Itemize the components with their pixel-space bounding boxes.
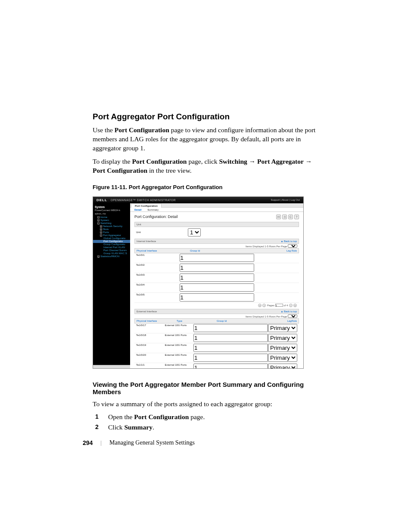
- brand-logo: DELL: [97, 198, 107, 202]
- subsection-heading: Viewing the Port Aggregator Member Port …: [93, 381, 317, 395]
- pager-of: of 4: [283, 304, 288, 307]
- sidebar-item-group-config[interactable]: Group Configuratio: [93, 243, 130, 246]
- rows-per-page-select[interactable]: 5: [288, 244, 297, 248]
- section-label: Internal Interface: [137, 240, 156, 243]
- pager-first-icon[interactable]: «: [258, 304, 262, 307]
- sidebar-item-internal-port-vlan[interactable]: Internal Port VLAN: [93, 246, 130, 249]
- refresh-icon[interactable]: C: [288, 215, 293, 219]
- text: in the tree view.: [147, 167, 192, 174]
- group-id-input[interactable]: [180, 254, 254, 262]
- lag-role-select[interactable]: Primary: [268, 324, 297, 332]
- footer-section: Managing General System Settings: [109, 439, 195, 446]
- group-id-input[interactable]: [180, 274, 254, 282]
- sidebar-item-switching[interactable]: –Switching: [93, 222, 130, 225]
- col-group-id[interactable]: Group Id: [190, 249, 243, 252]
- group-id-input[interactable]: [180, 283, 254, 292]
- back-to-top-link[interactable]: ▲ Back to top: [280, 240, 297, 243]
- subtab-detail[interactable]: Detail: [132, 208, 144, 212]
- lag-role-select[interactable]: Primary: [268, 344, 297, 352]
- sidebar-system: System: [93, 205, 130, 209]
- table-row: Te1/0/5: [134, 293, 299, 303]
- internal-table-header: Physical Interface Group Id Lag Role: [134, 248, 299, 253]
- group-id-input[interactable]: [193, 334, 268, 342]
- subtab-summary[interactable]: Summary: [145, 208, 161, 212]
- print-icon[interactable]: ⎙: [282, 215, 287, 219]
- table-row: Te1/0/17External 10G PortsPrimary: [134, 324, 299, 333]
- group-id-input[interactable]: [193, 344, 268, 352]
- col-group-id[interactable]: Group Id: [217, 320, 257, 322]
- sidebar-item-statistics-rmon[interactable]: +Statistics/RMON: [93, 255, 130, 258]
- group-id-input[interactable]: [180, 293, 254, 302]
- sidebar-item-network-security[interactable]: +Network Security: [93, 225, 130, 228]
- sidebar-item-label: Network Security: [103, 225, 122, 227]
- group-id-input[interactable]: [193, 324, 268, 332]
- cell-type: External 10G Ports: [165, 334, 194, 342]
- text: Click: [108, 423, 124, 431]
- sidebar-item-label: Switching: [100, 222, 112, 224]
- bold-term: Port Configuration: [93, 167, 147, 174]
- sidebar-item-label: Port Aggregator: [103, 234, 121, 236]
- external-interface-header: External Interface ▲ Back to top: [134, 309, 299, 314]
- save-icon[interactable]: H: [276, 215, 281, 219]
- group-id-input[interactable]: [193, 354, 268, 362]
- sidebar-item-global-config[interactable]: Global Configuratio: [93, 237, 130, 240]
- cell-type: External 10G Ports: [165, 354, 194, 362]
- sidebar-item-home[interactable]: –Home: [93, 216, 130, 219]
- section-heading: Port Aggregator Port Configuration: [93, 112, 317, 121]
- col-type[interactable]: Type: [177, 320, 217, 322]
- sidebar-item-port-aggregator[interactable]: –Port Aggregator: [93, 234, 130, 237]
- bold-term: Port Aggregator: [257, 158, 304, 165]
- pager-next-icon[interactable]: ›: [289, 304, 293, 307]
- table-row: Te1/0/2: [134, 263, 299, 273]
- pager-last-icon[interactable]: »: [293, 304, 297, 307]
- sidebar-scrollbar[interactable]: [93, 365, 130, 368]
- external-display-info: Items Displayed 1-5 Rows Per Page 5: [134, 314, 299, 318]
- pager-page-input[interactable]: [275, 304, 283, 307]
- col-lag-role[interactable]: LagRole: [257, 320, 297, 322]
- internal-display-info: Items Displayed 1-5 Rows Per Page 5: [134, 244, 299, 248]
- sidebar-user: admin, r/w: [93, 212, 130, 216]
- table-row: Te1/0/3: [134, 273, 299, 283]
- back-to-top-link[interactable]: ▲ Back to top: [280, 310, 297, 313]
- lag-role-select[interactable]: Primary: [268, 364, 297, 369]
- col-physical-interface[interactable]: Physical Interface: [137, 320, 177, 322]
- figure-caption: Figure 11-11. Port Aggregator Port Confi…: [93, 184, 317, 190]
- tab-port-configuration[interactable]: Port Configuration: [131, 203, 162, 208]
- text: To display the: [93, 158, 132, 165]
- external-table-header: Physical Interface Type Group Id LagRole: [134, 318, 299, 324]
- rows-per-page-select[interactable]: 5: [288, 314, 297, 318]
- cell-type: External 10G Ports: [165, 324, 194, 332]
- sidebar-item-port-config[interactable]: Port Configuratio: [93, 240, 130, 243]
- step-2: Click Summary.: [103, 423, 317, 431]
- table-row: Te1/0/19External 10G PortsPrimary: [134, 343, 299, 353]
- sidebar-item-ports[interactable]: +Ports: [93, 231, 130, 234]
- sidebar-item-system[interactable]: +System: [93, 219, 130, 222]
- pager-label: Pages: [267, 304, 274, 307]
- paragraph-1: Use the Port Configuration page to view …: [93, 126, 317, 153]
- unit-select[interactable]: 1: [188, 228, 201, 236]
- main-panel: Port Configuration Detail Summary Port C…: [130, 203, 303, 368]
- sidebar-item-label: System: [100, 219, 109, 221]
- text: page.: [189, 413, 205, 420]
- bold-term: Summary: [124, 423, 152, 431]
- help-icon[interactable]: ?: [294, 215, 299, 219]
- app-titlebar: DELL OPENMANAGE™ SWITCH ADMINISTRATOR Su…: [93, 197, 303, 203]
- text: .: [153, 423, 154, 431]
- lag-role-select[interactable]: Primary: [268, 354, 297, 362]
- pager-prev-icon[interactable]: ‹: [262, 304, 266, 307]
- group-id-input[interactable]: [193, 364, 268, 369]
- group-id-input[interactable]: [180, 264, 254, 272]
- table-row: Te1/0/4: [134, 283, 299, 293]
- sidebar-item-port-channel-summ[interactable]: Port Channel Summ: [93, 249, 130, 252]
- sidebar-item-slots[interactable]: +Slots: [93, 228, 130, 231]
- top-links[interactable]: Support | About | Log Out: [271, 199, 300, 201]
- lag-role-select[interactable]: Primary: [268, 334, 297, 342]
- col-physical-interface[interactable]: Physical Interface: [137, 249, 190, 252]
- text: page, click: [187, 158, 219, 165]
- footer-divider: |: [100, 439, 102, 446]
- unit-row: Unit 1: [134, 227, 299, 238]
- cell-type: External 10G Ports: [165, 344, 194, 352]
- col-lag-role[interactable]: Lag Role: [243, 249, 297, 252]
- tab-bar: Port Configuration: [130, 203, 303, 208]
- sidebar-item-group-vlan-mac[interactable]: Group VLAN MAC S: [93, 252, 130, 255]
